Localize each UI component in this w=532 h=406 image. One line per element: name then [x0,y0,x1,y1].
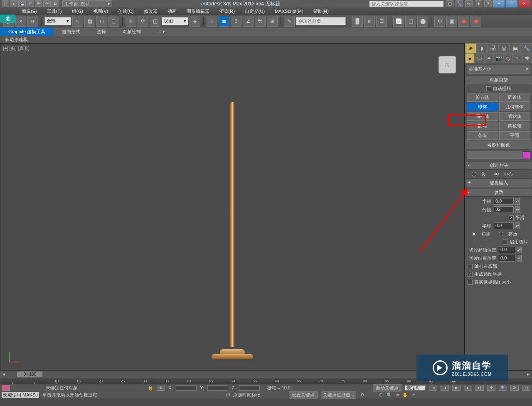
search-input[interactable] [369,0,444,7]
x-input[interactable] [176,385,197,391]
welcome-tab[interactable]: 欢迎使用 MAXSc [2,392,39,398]
keyfilter-button[interactable]: 关键点过滤器... [321,391,356,399]
menu-animation[interactable]: 动画 [163,8,182,15]
slice-from-spinner[interactable]: ▴▾ [517,247,522,253]
ribbon-tab-paint[interactable]: 对象绘制 [114,27,149,36]
play-end-icon[interactable]: ▸| [475,385,484,391]
menu-modifiers[interactable]: 修改器 [139,8,163,15]
menu-maxscript[interactable]: MAXScript(M) [270,9,308,14]
qat-save[interactable]: 💾 [18,0,26,7]
btn-box[interactable]: 长方体 [467,93,498,102]
cp-cat-shapes-icon[interactable]: ⬭ [475,53,484,63]
radio-chop[interactable] [472,232,476,236]
cp-cat-helpers-icon[interactable]: ◇ [503,53,513,63]
cp-tab-hierarchy-icon[interactable]: 品 [488,43,499,53]
workspace-dropdown[interactable]: 工作台: 默认▾ [62,0,112,7]
menu-customize[interactable]: 自定义(U) [240,8,270,15]
nav-orbit-icon[interactable]: ⟳ [510,385,519,391]
nav-max2-icon[interactable]: ⤢ [411,392,415,398]
qat-undo[interactable]: ↶ [35,0,42,7]
cp-tab-create-icon[interactable]: ✳ [465,43,476,53]
rollout-keyboard-entry[interactable]: +键盘输入 [466,179,531,187]
nav-fov-icon[interactable]: ▱ [396,392,399,398]
btn-sphere[interactable]: 球体 [467,103,498,111]
time-config-icon[interactable]: ⏱ [379,392,383,397]
angle-snap-icon[interactable]: ∠ [243,16,254,27]
rotate-icon[interactable]: ⟳ [138,16,148,27]
viewport[interactable]: [+] [前] [真实] 前 [0,43,465,370]
object-color-swatch[interactable] [523,152,530,159]
menu-rendering[interactable]: 渲染(R) [214,8,240,15]
snap-icon[interactable]: ◼ [219,16,229,27]
btn-cylinder[interactable]: 圆柱体 [467,112,498,121]
btn-plane[interactable]: 平面 [499,131,531,140]
nav-zoom2-icon[interactable]: 🔍 [387,392,392,398]
app-menu-icon[interactable]: Ⓔ [0,15,16,23]
ribbon-panel-polymodel[interactable]: 多边形建模 [0,36,532,43]
menu-views[interactable]: 视图(V) [88,8,113,15]
abs-rel-icon[interactable]: ⊕ [157,385,165,391]
cp-cat-lights-icon[interactable]: ✦ [484,53,494,63]
slice-on-checkbox[interactable] [503,240,508,245]
ribbon-tab-freeform[interactable]: 自由形式 [54,27,89,36]
nav-max-icon[interactable]: ◻ [522,385,530,391]
frame-input[interactable]: 0 [361,392,375,397]
percent-snap-icon[interactable]: % [255,16,266,27]
lock-icon[interactable]: 🔒 [148,385,153,391]
viewcube[interactable]: 前 [438,56,456,73]
bind-icon[interactable]: ≋ [27,16,38,27]
scale-icon[interactable]: ◫ [150,16,160,27]
autokey-button[interactable]: 自动关键点 [373,384,401,391]
radio-squash[interactable] [499,232,503,236]
render-prod-icon[interactable]: 🫖 [470,16,481,27]
select-name-icon[interactable]: ▤ [84,16,95,27]
btn-torus[interactable]: 圆环 [467,122,498,130]
radius-spinner[interactable]: ▴▾ [515,198,520,205]
ref-coord-dropdown[interactable]: 视图▾ [162,17,188,25]
play-icon[interactable]: ▶ [452,385,461,391]
btn-teapot[interactable]: 茶壶 [467,131,498,140]
menu-create[interactable]: 创建(C) [113,8,138,15]
autogrid-checkbox[interactable] [486,86,491,91]
setkey-button[interactable]: 设置关键点 [289,391,318,399]
cp-tab-modify-icon[interactable]: ◗ [476,43,488,53]
cp-tab-motion-icon[interactable]: ◎ [498,43,510,53]
help-fav-icon[interactable]: ✦ [475,0,482,7]
menu-group[interactable]: 组(G) [67,8,88,15]
cp-tab-utilities-icon[interactable]: 🔧 [521,43,532,53]
radio-edge[interactable] [472,172,476,176]
render-frame-icon[interactable]: ▣ [446,16,457,27]
play-prev-icon[interactable]: ◂ [441,385,449,391]
btn-pyramid[interactable]: 四棱锥 [499,122,531,130]
menu-grapheditors[interactable]: 图形编辑器 [182,8,214,15]
editnamed-icon[interactable]: ✎ [284,16,295,27]
qat-saveall[interactable]: ⎘ [27,0,34,7]
rollout-creation-method[interactable]: -创建方法 [466,161,531,170]
segments-input[interactable]: 32 [494,206,514,213]
radius-input[interactable]: 0.0 [494,198,514,205]
play-start-icon[interactable]: |◂ [429,385,437,391]
radio-center[interactable] [494,172,499,176]
material-editor-icon[interactable]: ⬤ [417,16,428,27]
selection-filter[interactable]: 全部▾ [44,17,71,25]
time-slider-knob[interactable]: 0 / 100 [17,372,42,377]
help-star-icon[interactable]: ☆ [465,0,473,7]
cp-category-dropdown[interactable]: 标准基本体▾ [467,65,530,73]
layer-icon[interactable]: ☰ [376,16,387,27]
play-next-icon[interactable]: ▸ [464,385,472,391]
curve-editor-icon[interactable]: 📈 [393,16,404,27]
segments-spinner[interactable]: ▴▾ [515,206,520,213]
help-icon[interactable]: ? [484,0,492,7]
cp-cat-systems-icon[interactable]: ✱ [522,53,532,63]
cp-cat-spacewarps-icon[interactable]: ≈ [513,53,522,63]
pivot-base-checkbox[interactable] [468,264,473,269]
render-icon[interactable]: 🫖 [458,16,469,27]
viewport-label[interactable]: [+] [前] [真实] [3,45,30,51]
mirror-icon[interactable]: ▐▌ [352,16,363,27]
cp-tab-display-icon[interactable]: ▣ [510,43,521,53]
unlink-icon[interactable]: ⤫ [15,16,26,27]
slice-to-spinner[interactable]: ▴▾ [517,255,522,262]
help-key-icon[interactable]: 🔧 [456,0,463,7]
spinner-snap-icon[interactable]: ⊕ [267,16,278,27]
menu-help[interactable]: 帮助(H) [308,8,334,15]
